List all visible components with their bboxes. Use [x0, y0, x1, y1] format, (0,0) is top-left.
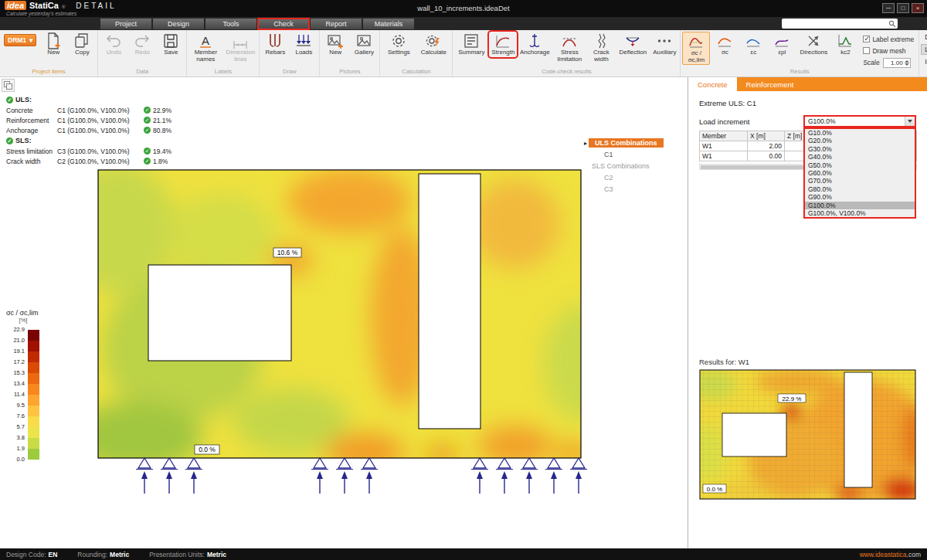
gallery-button[interactable]: Gallery — [350, 32, 378, 57]
summary-button[interactable]: Summary — [454, 32, 488, 57]
website-link[interactable]: www.ideastatica.com — [860, 551, 921, 558]
legend-title: σc / σc,lim — [6, 309, 43, 317]
loads-button[interactable]: Loads — [290, 32, 317, 57]
dropdown-option[interactable]: G100.0%, V100.0% — [805, 209, 915, 217]
toggle-panels-icon[interactable] — [2, 79, 15, 92]
dimension-lines-button[interactable]: Dimension lines — [223, 32, 257, 63]
eps-c-icon — [745, 32, 762, 49]
legend-tick-label: 17.2 — [6, 358, 25, 365]
stress-legend: σc / σc,lim [%] 22.921.019.117.215.313.4… — [6, 309, 43, 464]
undo-button[interactable]: Undo — [100, 32, 127, 57]
table-cell: W1 — [700, 141, 748, 151]
sigma-ratio-icon — [688, 33, 705, 50]
sigma-c-button[interactable]: σc — [711, 32, 739, 57]
legend-band — [28, 362, 39, 373]
tree-item[interactable]: C3 — [584, 184, 684, 195]
eps-c-button[interactable]: εc — [739, 32, 767, 57]
button-label: σc — [722, 49, 728, 56]
dropdown-option[interactable]: G40.0% — [805, 153, 915, 161]
app-logo: ideaStatiCa® DETAIL — [5, 1, 117, 10]
search-box[interactable] — [782, 19, 898, 29]
check-icon: ✓ — [6, 97, 13, 104]
chevron-down-icon[interactable] — [905, 117, 915, 126]
button-label: Crack width — [587, 49, 615, 63]
copy-project-item-button[interactable]: Copy — [68, 32, 96, 57]
summary-row: AnchorageC1 (G100.0%, V100.0%)✓80.8% — [6, 125, 171, 135]
strength-button[interactable]: Strength — [489, 32, 517, 57]
table-header-cell[interactable]: Member — [700, 131, 748, 141]
status-bar: Design Code:EN Rounding:Metric Presentat… — [0, 548, 927, 560]
tab-check[interactable]: Check — [258, 19, 309, 29]
dropdown-option[interactable]: G70.0% — [805, 177, 915, 185]
dropdown-option[interactable]: G60.0% — [805, 169, 915, 177]
main-contour-plot[interactable]: 10.6 % 0.0 % — [94, 166, 589, 529]
drm-selector[interactable]: DRM1 ▾ — [4, 34, 36, 46]
tab-tools[interactable]: Tools — [205, 19, 256, 29]
tab-report[interactable]: Report — [311, 19, 362, 29]
dropdown-option[interactable]: G10.0% — [805, 129, 915, 137]
new-project-item-button[interactable]: New — [39, 32, 67, 57]
tree-item[interactable]: C1 — [584, 149, 684, 160]
load-increment-combobox[interactable]: G100.0% — [803, 115, 916, 127]
svg-text:A: A — [202, 34, 209, 47]
tab-design[interactable]: Design — [153, 19, 204, 29]
maximize-button[interactable]: □ — [897, 3, 909, 13]
auxiliary-button[interactable]: Auxiliary — [650, 32, 678, 57]
rebars-button[interactable]: Rebars — [261, 32, 289, 57]
deflection-button[interactable]: Deflection — [616, 32, 650, 57]
dropdown-option[interactable]: G80.0% — [805, 185, 915, 193]
stress-limitation-button[interactable]: Stress limitation — [552, 32, 586, 63]
dropdown-option[interactable]: G90.0% — [805, 193, 915, 201]
close-button[interactable]: × — [912, 3, 924, 13]
tab-concrete[interactable]: Concrete — [688, 77, 737, 91]
tree-item[interactable]: C2 — [584, 172, 684, 183]
dropdown-option[interactable]: G30.0% — [805, 145, 915, 153]
save-button[interactable]: Save — [157, 32, 185, 57]
palette-increment-button[interactable]: Increment — [921, 56, 927, 67]
member-names-button[interactable]: A Member names — [188, 32, 222, 63]
crack-width-button[interactable]: Crack width — [587, 32, 615, 63]
tab-project[interactable]: Project — [100, 19, 151, 29]
tree-item[interactable]: ▸ULS Combinations — [584, 137, 684, 148]
anchorage-button[interactable]: Anchorage — [518, 32, 552, 57]
spinner-arrows-icon[interactable] — [905, 59, 909, 66]
palette-load-button[interactable]: Load — [921, 44, 927, 55]
draw-mesh-checkbox[interactable]: Draw mesh — [863, 46, 914, 56]
calculate-button[interactable]: Calculate — [416, 32, 450, 57]
tree-item[interactable]: SLS Combinations — [584, 161, 684, 171]
legend-scale: 22.921.019.117.215.313.411.49.57.65.73.8… — [6, 330, 43, 464]
checkbox-label: Label extreme — [872, 36, 914, 43]
strength-icon — [494, 32, 511, 49]
eps-pl-button[interactable]: εpl — [768, 32, 796, 57]
legend-band — [28, 406, 39, 416]
kc2-button[interactable]: kc2 — [831, 32, 859, 57]
scale-input[interactable]: 1.00 — [883, 58, 911, 68]
redo-button[interactable]: Redo — [128, 32, 156, 57]
tab-materials[interactable]: Materials — [363, 19, 414, 29]
label-extreme-checkbox[interactable]: Label extreme — [863, 34, 914, 44]
summary-item-name: Concrete — [6, 107, 57, 114]
dropdown-option[interactable]: G100.0% — [805, 202, 915, 209]
summary-item-value: 21.1% — [153, 117, 171, 124]
wall-opening-left — [722, 413, 786, 456]
button-label: Deflection — [620, 49, 647, 56]
palette-detail-button[interactable]: Detail — [921, 32, 927, 42]
directions-button[interactable]: Directions — [796, 32, 830, 57]
dropdown-option[interactable]: G20.0% — [805, 137, 915, 144]
dropdown-option[interactable]: G50.0% — [805, 161, 915, 169]
minimize-button[interactable]: ─ — [882, 3, 895, 13]
tab-reinforcement[interactable]: Reinforcement — [737, 77, 803, 91]
summary-item-combo: C2 (G100.0%, V100.0%) — [57, 158, 144, 165]
group-label-code-check: Code-check results — [454, 68, 678, 76]
search-input[interactable] — [783, 20, 888, 27]
tree-item-label: C1 — [604, 151, 613, 158]
button-label: New — [47, 49, 59, 56]
tree-expand-icon[interactable]: ▸ — [584, 140, 587, 147]
new-picture-button[interactable]: New — [321, 32, 349, 57]
wall-opening-left — [148, 265, 291, 361]
table-header-cell[interactable]: X [m] — [748, 131, 785, 141]
drawing-canvas[interactable]: ✓ ULS: ConcreteC1 (G100.0%, V100.0%)✓22.… — [0, 77, 688, 548]
settings-button[interactable]: Settings — [382, 32, 416, 57]
legend-tick-label: 13.4 — [6, 380, 25, 387]
sigma-ratio-button[interactable]: σc / σc,lim — [682, 32, 710, 65]
